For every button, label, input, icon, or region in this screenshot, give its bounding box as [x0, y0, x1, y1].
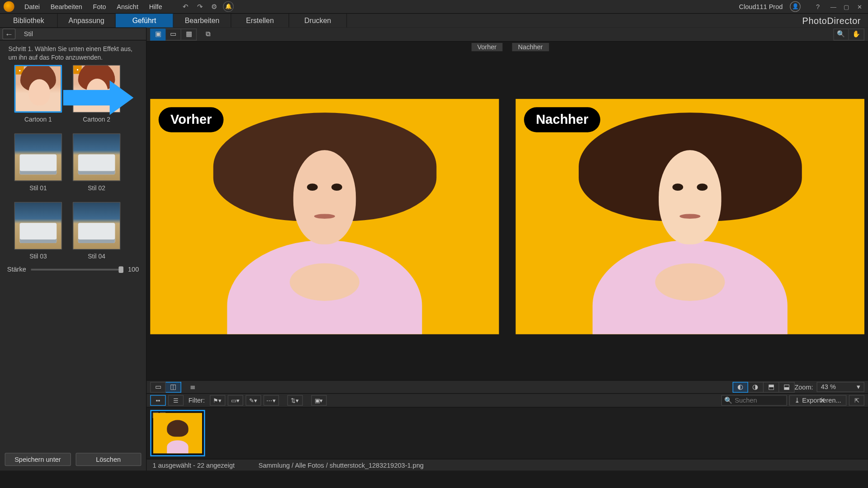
strength-label: Stärke [7, 266, 26, 273]
filter-label-icon[interactable]: ▭▾ [227, 395, 243, 406]
compare-labels: Vorher Nachher [146, 42, 868, 52]
window-close-icon[interactable]: ✕ [855, 2, 864, 10]
sidebar-help-text: Schritt 1. Wählen Sie unten einen Effekt… [0, 41, 146, 65]
menu-datei[interactable]: Datei [19, 3, 45, 10]
search-icon: 🔍 [724, 397, 732, 404]
after-panel: Nachher [512, 52, 868, 380]
filmstrip-thumb-selected[interactable] [150, 410, 205, 456]
effect-cartoon-2[interactable]: ▪ [73, 65, 120, 113]
compare-split-icon[interactable]: ◑ [748, 382, 764, 393]
menu-hilfe[interactable]: Hilfe [144, 3, 168, 10]
tab-anpassung[interactable]: Anpassung [58, 14, 116, 27]
export-label: Exportieren... [802, 397, 841, 404]
brand-label: PhotoDirector [795, 14, 868, 27]
help-icon[interactable]: ? [812, 1, 823, 12]
compare-before-label: Vorher [471, 43, 502, 51]
filter-edit-icon[interactable]: ✎▾ [245, 395, 261, 406]
pan-hand-icon[interactable]: ✋ [849, 28, 864, 40]
filter-flag-icon[interactable]: ⚑▾ [209, 395, 225, 406]
menu-bar: Datei Bearbeiten Foto Ansicht Hilfe ↶ ↷ … [0, 0, 868, 13]
notification-bell-icon[interactable]: 🔔 [223, 1, 234, 12]
export-button[interactable]: ⤓ Exportieren... [789, 395, 846, 406]
after-badge: Nachher [524, 107, 600, 132]
slider-knob-icon[interactable] [118, 266, 123, 273]
zoom-tool-icon[interactable]: 🔍 [833, 28, 849, 40]
search-box[interactable]: 🔍 ✕ [721, 395, 787, 406]
compare-after-label: Nachher [512, 43, 549, 51]
zoom-dropdown[interactable]: 43 % ▾ [816, 382, 864, 392]
effects-sidebar: ← Stil Schritt 1. Wählen Sie unten einen… [0, 28, 146, 471]
menu-foto[interactable]: Foto [88, 3, 112, 10]
menu-bearbeiten[interactable]: Bearbeiten [45, 3, 88, 10]
zoom-value: 43 % [821, 383, 836, 391]
view-image-icon[interactable]: ▭ [166, 28, 181, 40]
back-arrow-icon[interactable]: ← [2, 28, 15, 39]
strength-slider-row: Stärke 100 [0, 263, 146, 275]
strength-slider[interactable] [31, 268, 123, 270]
after-image[interactable]: Nachher [516, 99, 864, 334]
layout-single-icon[interactable]: ▭ [150, 382, 165, 393]
list-view-icon[interactable]: ☰ [168, 395, 184, 406]
compare-bottom-icon[interactable]: ⬓ [779, 382, 794, 393]
compare-top-icon[interactable]: ⬒ [764, 382, 779, 393]
breadcrumb-stil[interactable]: Stil [18, 30, 39, 38]
compare-canvas: Vorher Nachher [146, 52, 868, 380]
effect-label: Cartoon 2 [83, 116, 110, 123]
mode-tab-bar: Bibliothek Anpassung Geführt Bearbeiten … [0, 13, 868, 28]
zoom-label: Zoom: [794, 384, 813, 391]
status-selection: 1 ausgewählt - 22 angezeigt [153, 461, 235, 469]
stack-icon[interactable]: ▣▾ [311, 395, 326, 406]
filter-bar: ▪▪ ☰ Filter: ⚑▾ ▭▾ ✎▾ ⋯▾ ⇅▾ ▣▾ 🔍 ✕ ⤓ [146, 393, 868, 408]
status-path: Sammlung / Alle Fotos / shutterstock_128… [259, 461, 424, 469]
filter-label: Filter: [189, 397, 205, 404]
sidebar-breadcrumb: ← Stil [0, 28, 146, 41]
menu-ansicht[interactable]: Ansicht [111, 3, 143, 10]
tab-bibliothek[interactable]: Bibliothek [0, 14, 58, 27]
effect-label: Cartoon 1 [24, 116, 52, 123]
view-compare-icon[interactable]: ⧉ [200, 28, 216, 40]
viewer-area: ▣ ▭ ▦ ⧉ 🔍 ✋ Vorher Nachher Vorher [146, 28, 868, 471]
user-name[interactable]: Cloud111 Prod [734, 3, 788, 10]
effect-cartoon-1[interactable]: ▪ [14, 65, 62, 113]
tab-drucken[interactable]: Drucken [289, 14, 347, 27]
tab-bearbeiten[interactable]: Bearbeiten [174, 14, 231, 27]
filmstrip [146, 408, 868, 459]
layout-split-icon[interactable]: ◫ [166, 382, 181, 393]
view-grid-icon[interactable]: ▦ [181, 28, 197, 40]
strength-value: 100 [128, 266, 139, 273]
filter-more-icon[interactable]: ⋯▾ [263, 395, 278, 406]
delete-button[interactable]: Löschen [75, 453, 142, 466]
effect-stil-03[interactable] [14, 202, 62, 249]
effect-stil-01[interactable] [14, 134, 62, 181]
effects-grid: ▪ Cartoon 1 ▪ Cartoon 2 Stil 01 Stil 02 [0, 65, 146, 260]
save-as-button[interactable]: Speichern unter [5, 453, 71, 466]
before-badge: Vorher [159, 107, 224, 132]
viewer-toolbar: ▣ ▭ ▦ ⧉ 🔍 ✋ [146, 28, 868, 42]
view-single-icon[interactable]: ▣ [150, 28, 165, 40]
before-panel: Vorher [146, 52, 502, 380]
sort-icon[interactable]: ⇅▾ [287, 395, 302, 406]
tab-gefuehrt[interactable]: Geführt [116, 14, 174, 27]
share-icon[interactable]: ⇱ [849, 395, 864, 406]
effect-label: Stil 02 [88, 184, 105, 192]
window-maximize-icon[interactable]: ▢ [842, 2, 851, 10]
chevron-down-icon: ▾ [857, 383, 860, 391]
settings-gear-icon[interactable]: ⚙ [209, 1, 220, 12]
effect-stil-02[interactable] [73, 134, 120, 181]
app-logo-icon [4, 1, 14, 12]
effect-label: Stil 01 [29, 184, 47, 192]
tab-erstellen[interactable]: Erstellen [231, 14, 289, 27]
histogram-icon[interactable]: ≣ [185, 382, 200, 393]
effect-stil-04[interactable] [73, 202, 120, 249]
status-bar: 1 ausgewählt - 22 angezeigt Sammlung / A… [146, 459, 868, 470]
before-image[interactable]: Vorher [150, 99, 499, 334]
export-icon: ⤓ [794, 397, 800, 404]
window-minimize-icon[interactable]: — [829, 2, 838, 10]
thumbnail-view-icon[interactable]: ▪▪ [150, 395, 165, 406]
redo-icon[interactable]: ↷ [194, 1, 205, 12]
user-avatar-icon[interactable]: 👤 [790, 1, 801, 12]
effect-label: Stil 03 [29, 253, 47, 260]
effect-label: Stil 04 [88, 253, 105, 260]
compare-side-icon[interactable]: ◐ [732, 382, 748, 393]
undo-icon[interactable]: ↶ [180, 1, 191, 12]
